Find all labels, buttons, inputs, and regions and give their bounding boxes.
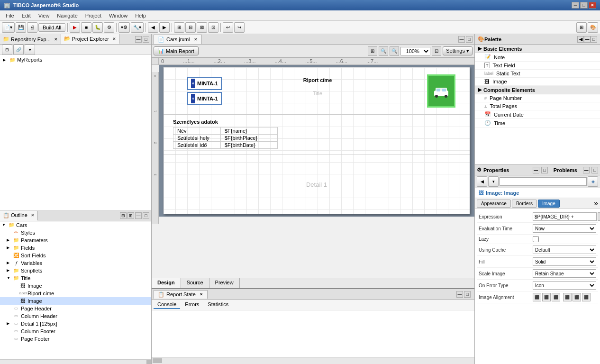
grid-view-btn[interactable]: ⊞ (368, 46, 377, 56)
debug-button[interactable]: 🐛 (92, 22, 103, 33)
maximize-button[interactable]: □ (580, 2, 588, 9)
explorer-minimize[interactable]: — (135, 36, 142, 43)
editor-tab-close[interactable]: ✕ (194, 37, 198, 42)
repo-tab-close[interactable]: ✕ (54, 37, 58, 42)
palette-minimize[interactable]: — (584, 36, 591, 43)
dropdown-btn-1[interactable]: ▾⚙ (118, 22, 130, 33)
palette-text-field[interactable]: T Text Field (475, 62, 600, 70)
tree-root[interactable]: ▶ 📁 MyReports (1, 56, 150, 64)
project-explorer-tab[interactable]: 📂 Project Explorer ✕ (61, 34, 119, 44)
props-more-btn[interactable]: » (594, 199, 598, 208)
stop-button[interactable]: ■ (81, 22, 91, 33)
dropdown-arrow-btn[interactable]: ▾ (25, 45, 35, 55)
align-bottom-btn[interactable]: ⬛ (582, 293, 591, 301)
align-btn-3[interactable]: ⊠ (197, 22, 207, 33)
explorer-maximize[interactable]: □ (143, 36, 149, 43)
license-plate-1[interactable]: H MINTA-1 (187, 77, 222, 90)
outline-parameters[interactable]: ▶ 📁 Parameters (0, 237, 151, 244)
align-right-btn[interactable]: ⬛ (552, 293, 560, 301)
statistics-tab[interactable]: Statistics (204, 300, 232, 309)
menu-window[interactable]: Window (105, 12, 131, 19)
project-tab-close[interactable]: ✕ (112, 36, 116, 41)
outline-riport-cime[interactable]: label Riport címe (0, 290, 151, 297)
props-dropdown[interactable]: ▾ (488, 176, 499, 187)
problems-maximize[interactable]: □ (591, 167, 598, 173)
outline-expand[interactable]: ⊞ (127, 212, 134, 219)
report-state-close[interactable]: ✕ (200, 292, 203, 297)
align-btn-1[interactable]: ⊞ (174, 22, 184, 33)
errors-tab[interactable]: Errors (181, 300, 203, 309)
outline-variables[interactable]: ▶ 𝑓 Variables (0, 259, 151, 267)
outline-fields[interactable]: ▶ 📁 Fields (0, 244, 151, 252)
menu-file[interactable]: File (2, 12, 18, 19)
zoom-in-btn[interactable]: 🔍 (379, 46, 388, 56)
settings-button[interactable]: Settings ▾ (443, 46, 473, 55)
palette-note[interactable]: 📝 Note (475, 53, 600, 62)
undo-button[interactable]: ↩ (223, 22, 233, 33)
palette-image[interactable]: 🖼 Image (475, 78, 600, 86)
problems-minimize[interactable]: — (583, 167, 590, 173)
report-state-scrollbar[interactable] (152, 357, 474, 364)
editor-maximize[interactable]: □ (466, 36, 473, 43)
expression-up-btn[interactable]: ▲ (598, 212, 600, 221)
align-middle-btn[interactable]: ⬛ (573, 293, 581, 301)
outline-scriptlets[interactable]: ▶ 📁 Scriptlets (0, 267, 151, 274)
palette-current-date[interactable]: 📅 Current Date (475, 110, 600, 119)
print-button[interactable]: 🖨 (27, 22, 37, 33)
car-image-element[interactable] (427, 74, 455, 108)
nav-back[interactable]: ◀ (148, 22, 158, 33)
compile-button[interactable]: ⚙ (104, 22, 114, 33)
outline-scrollbar[interactable] (0, 359, 151, 364)
outline-cars[interactable]: ▼ 📁 Cars (0, 221, 151, 229)
problems-tab[interactable]: Problems (550, 166, 581, 174)
align-center-btn[interactable]: ⬛ (542, 293, 551, 301)
theme-btn[interactable]: 🎨 (588, 22, 598, 33)
repo-explorer-tab[interactable]: 📁 Repository Exp... ✕ (0, 34, 61, 44)
console-tab[interactable]: Console (154, 300, 180, 309)
report-state-minimize[interactable]: — (456, 291, 463, 298)
outline-column-header[interactable]: ▭ Column Header (0, 312, 151, 320)
redo-button[interactable]: ↪ (234, 22, 245, 33)
tab-source[interactable]: Source (181, 278, 209, 288)
main-report-button[interactable]: 📊 Main Report (154, 46, 199, 55)
appearance-tab[interactable]: Appearance (477, 200, 511, 208)
outline-page-header[interactable]: ▭ Page Header (0, 305, 151, 312)
outline-title[interactable]: ▼ 📁 Title (0, 274, 151, 282)
editor-minimize[interactable]: — (458, 36, 465, 43)
expression-input[interactable] (533, 212, 597, 221)
props-minimize[interactable]: — (533, 167, 539, 173)
eval-time-select[interactable]: Now Report Group (533, 224, 596, 233)
outline-tab[interactable]: 📋 Outline ✕ (0, 211, 38, 221)
props-search-input[interactable] (500, 177, 587, 186)
menu-help[interactable]: Help (131, 12, 150, 19)
zoom-select[interactable]: 100% 75% 150% (400, 47, 430, 55)
build-all-button[interactable]: Build All (38, 23, 65, 32)
align-left-btn[interactable]: ⬛ (533, 293, 541, 301)
palette-collapse[interactable]: ◀ (577, 36, 584, 43)
minimize-button[interactable]: ─ (572, 2, 579, 9)
fill-select[interactable]: Solid None (533, 257, 596, 266)
new-button[interactable]: 📄▾ (2, 22, 15, 33)
outline-close[interactable]: ✕ (31, 213, 35, 218)
nav-fwd[interactable]: ▶ (159, 22, 170, 33)
lazy-checkbox[interactable] (533, 236, 539, 242)
dropdown-btn-2[interactable]: 🔧▾ (131, 22, 144, 33)
menu-edit[interactable]: Edit (18, 12, 35, 19)
report-subtitle[interactable]: Title (258, 90, 377, 97)
outline-image-1[interactable]: 🖼 Image (0, 282, 151, 290)
menu-project[interactable]: Project (82, 12, 105, 19)
outline-detail1[interactable]: ▶ ▭ Detail 1 [125px] (0, 320, 151, 328)
menu-view[interactable]: View (35, 12, 54, 19)
license-plate-2[interactable]: H MINTA-1 (187, 92, 222, 105)
palette-maximize[interactable]: □ (591, 36, 597, 43)
tab-preview[interactable]: Preview (209, 278, 240, 288)
report-state-tab[interactable]: 📋 Report State ✕ (154, 290, 208, 299)
outline-styles[interactable]: ✏ Styles (0, 229, 151, 237)
close-button[interactable]: ✕ (589, 2, 596, 9)
zoom-fit-btn[interactable]: ⊡ (432, 46, 441, 56)
align-top-btn[interactable]: ⬛ (563, 293, 572, 301)
palette-time[interactable]: 🕐 Time (475, 119, 600, 127)
outline-column-footer[interactable]: ▭ Column Footer (0, 328, 151, 335)
props-maximize[interactable]: □ (541, 167, 548, 173)
image-tab[interactable]: Image (538, 200, 560, 208)
